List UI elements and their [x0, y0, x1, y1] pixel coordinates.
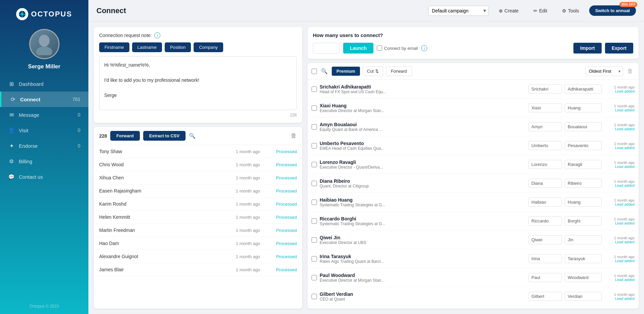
lead-checkbox[interactable]	[312, 218, 317, 224]
select-all-checkbox[interactable]	[312, 69, 317, 74]
leads-search-button[interactable]: 🔍	[320, 67, 329, 76]
lead-first-input[interactable]	[528, 160, 562, 169]
lead-first-input[interactable]	[528, 103, 562, 112]
lead-first-input[interactable]	[528, 254, 562, 263]
lead-checkbox[interactable]	[312, 143, 317, 148]
lead-last-field[interactable]	[565, 141, 602, 150]
lead-first-field[interactable]	[528, 160, 562, 169]
lead-last-input[interactable]	[565, 235, 602, 244]
tag-position[interactable]: Position	[165, 42, 191, 52]
sidebar-item-message[interactable]: ✉ Message 0	[0, 107, 88, 123]
lead-last-input[interactable]	[565, 141, 602, 150]
lead-checkbox[interactable]	[312, 275, 317, 280]
lead-first-field[interactable]	[528, 141, 562, 150]
create-button[interactable]: ⊕ Create	[494, 6, 523, 16]
queue-forward-button[interactable]: Forward	[110, 131, 139, 141]
sort-select[interactable]: Oldest First Newest First A-Z Z-A	[585, 66, 623, 76]
lead-first-input[interactable]	[528, 292, 562, 301]
premium-filter-button[interactable]: Premium	[332, 67, 360, 76]
lead-checkbox[interactable]	[312, 162, 317, 167]
lead-last-field[interactable]	[565, 198, 602, 207]
sidebar-item-billing[interactable]: ⚙ Billing	[0, 153, 88, 169]
lead-last-input[interactable]	[565, 179, 602, 188]
sort-select-wrap[interactable]: Oldest First Newest First A-Z Z-A	[585, 66, 623, 76]
lead-first-field[interactable]	[528, 216, 562, 225]
sidebar-item-endorse[interactable]: ✦ Endorse 0	[0, 138, 88, 153]
cut-button[interactable]: Cut ⇅	[363, 66, 383, 76]
sidebar-item-visit[interactable]: 👤 Visit 0	[0, 123, 88, 138]
lead-first-field[interactable]	[528, 273, 562, 282]
lead-first-field[interactable]	[528, 292, 562, 301]
info-icon[interactable]: i	[154, 32, 160, 38]
sidebar-item-contact[interactable]: 💬 Contact us	[0, 169, 88, 184]
lead-time: 1 month ago	[604, 123, 635, 127]
lead-first-field[interactable]	[528, 122, 562, 131]
lead-last-field[interactable]	[565, 292, 602, 301]
queue-delete-icon[interactable]: 🗑	[291, 132, 297, 139]
lead-last-field[interactable]	[565, 179, 602, 188]
lead-last-field[interactable]	[565, 254, 602, 263]
leads-forward-button[interactable]: Forward	[386, 66, 412, 76]
lead-info: Paul Woodward Executive Director at Morg…	[320, 273, 526, 283]
lead-last-input[interactable]	[565, 254, 602, 263]
lead-first-field[interactable]	[528, 235, 562, 244]
lead-checkbox[interactable]	[312, 181, 317, 186]
lead-first-input[interactable]	[528, 198, 562, 207]
lead-last-input[interactable]	[565, 122, 602, 131]
lead-last-input[interactable]	[565, 103, 602, 112]
lead-first-input[interactable]	[528, 235, 562, 244]
tag-lastname[interactable]: Lastname	[132, 42, 162, 52]
lead-last-input[interactable]	[565, 292, 602, 301]
lead-last-input[interactable]	[565, 216, 602, 225]
lead-first-field[interactable]	[528, 198, 562, 207]
connect-count-input[interactable]	[313, 43, 340, 54]
campaign-select-wrap[interactable]: Default campaign Campaign 2 Campaign 3	[428, 6, 489, 16]
lead-last-field[interactable]	[565, 235, 602, 244]
lead-first-field[interactable]	[528, 179, 562, 188]
lead-checkbox[interactable]	[312, 200, 317, 205]
queue-csv-button[interactable]: Extract to CSV	[143, 131, 186, 141]
email-checkbox[interactable]	[377, 45, 382, 51]
lead-first-input[interactable]	[528, 179, 562, 188]
lead-checkbox[interactable]	[312, 105, 317, 111]
lead-last-input[interactable]	[565, 273, 602, 282]
lead-checkbox[interactable]	[312, 256, 317, 261]
tag-company[interactable]: Company	[194, 42, 223, 52]
launch-button[interactable]: Launch	[343, 43, 373, 54]
import-button[interactable]: Import	[573, 43, 602, 54]
lead-first-input[interactable]	[528, 273, 562, 282]
campaign-select[interactable]: Default campaign Campaign 2 Campaign 3	[428, 6, 489, 16]
lead-last-field[interactable]	[565, 122, 602, 131]
lead-first-field[interactable]	[528, 103, 562, 112]
note-textarea[interactable]: Hi %%first_name%%, I'd like to add you t…	[99, 56, 297, 110]
lead-first-input[interactable]	[528, 216, 562, 225]
lead-checkbox[interactable]	[312, 86, 317, 92]
email-info-icon[interactable]: i	[421, 45, 427, 51]
tools-button[interactable]: ⚙ Tools	[557, 6, 584, 16]
queue-search-icon[interactable]: 🔍	[189, 133, 196, 139]
lead-last-field[interactable]	[565, 216, 602, 225]
lead-last-field[interactable]	[565, 103, 602, 112]
edit-button[interactable]: ✏ Edit	[529, 6, 552, 16]
tag-firstname[interactable]: Firstname	[99, 42, 129, 52]
lead-checkbox[interactable]	[312, 124, 317, 130]
lead-first-field[interactable]	[528, 254, 562, 263]
queue-item-status: Processed	[276, 188, 297, 194]
lead-checkbox[interactable]	[312, 237, 317, 243]
lead-last-input[interactable]	[565, 84, 602, 94]
lead-first-input[interactable]	[528, 122, 562, 131]
lead-last-input[interactable]	[565, 198, 602, 207]
lead-last-input[interactable]	[565, 160, 602, 169]
lead-last-field[interactable]	[565, 84, 602, 94]
switch-annual-button[interactable]: 35% OFF Switch to annual	[589, 5, 636, 16]
export-button[interactable]: Export	[605, 43, 633, 54]
lead-last-field[interactable]	[565, 160, 602, 169]
sidebar-item-connect[interactable]: ⟳ Connect 761	[0, 92, 88, 107]
sidebar-item-dashboard[interactable]: ⊞ Dashboard	[0, 76, 88, 92]
lead-last-field[interactable]	[565, 273, 602, 282]
lead-checkbox[interactable]	[312, 294, 317, 299]
lead-first-input[interactable]	[528, 141, 562, 150]
leads-delete-button[interactable]: 🗑	[626, 66, 635, 76]
lead-first-field[interactable]	[528, 84, 562, 94]
lead-first-input[interactable]	[528, 84, 562, 94]
